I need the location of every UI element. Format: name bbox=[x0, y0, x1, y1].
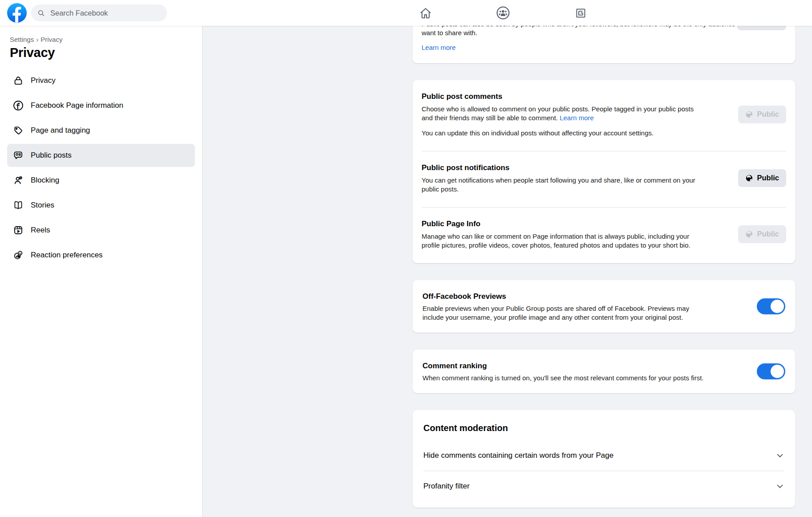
section-title: Public post comments bbox=[422, 91, 698, 102]
public-audience-button: Public bbox=[738, 106, 786, 123]
sidebar-item-blocking[interactable]: Blocking bbox=[7, 169, 195, 192]
facebook-logo[interactable] bbox=[7, 3, 27, 23]
follow-card-text: want to share with. bbox=[422, 28, 786, 37]
sidebar-item-label: Privacy bbox=[31, 76, 56, 85]
sidebar-item-public-posts[interactable]: Public posts bbox=[7, 144, 195, 167]
public-posts-icon bbox=[12, 150, 24, 161]
sidebar-item-page-and-tagging[interactable]: Page and tagging bbox=[7, 119, 195, 142]
section-title: Off-Facebook Previews bbox=[422, 291, 746, 302]
hide-comments-row[interactable]: Hide comments containing certain words f… bbox=[423, 440, 784, 471]
sidebar-item-label: Reels bbox=[31, 226, 50, 235]
section-description: You can get notifications when people st… bbox=[422, 176, 698, 194]
stories-icon bbox=[12, 199, 24, 211]
sidebar-item-label: Reaction preferences bbox=[31, 251, 103, 260]
settings-sidebar: Settings›Privacy Privacy Privacy Faceboo… bbox=[0, 26, 203, 517]
sidebar-item-label: Page and tagging bbox=[31, 126, 90, 135]
public-post-comments-section: Public post comments Choose who is allow… bbox=[413, 80, 795, 151]
content-moderation-card: Content moderation Hide comments contain… bbox=[413, 410, 795, 508]
chevron-down-icon bbox=[775, 482, 784, 491]
globe-icon bbox=[745, 230, 753, 238]
section-description: Manage who can like or comment on Page i… bbox=[422, 232, 698, 250]
section-description: Choose who is allowed to comment on your… bbox=[422, 105, 694, 122]
public-page-info-section: Public Page Info Manage who can like or … bbox=[413, 208, 795, 263]
public-audience-button: Public bbox=[738, 225, 786, 243]
breadcrumb-privacy[interactable]: Privacy bbox=[41, 36, 62, 43]
tag-icon bbox=[12, 125, 24, 136]
gaming-icon[interactable] bbox=[572, 5, 589, 21]
settings-content: Public posts can also be seen by people … bbox=[413, 11, 795, 508]
globe-icon bbox=[745, 110, 753, 118]
button-label: Public bbox=[757, 230, 779, 238]
profanity-filter-row[interactable]: Profanity filter bbox=[423, 471, 784, 501]
sidebar-item-privacy[interactable]: Privacy bbox=[7, 69, 195, 92]
blocking-icon bbox=[12, 175, 24, 186]
toggle-knob bbox=[771, 365, 784, 378]
top-bar bbox=[0, 0, 812, 26]
learn-more-link[interactable]: Learn more bbox=[422, 44, 456, 51]
button-label: Public bbox=[757, 110, 779, 118]
public-audience-button[interactable]: Public bbox=[738, 169, 786, 187]
sidebar-item-label: Public posts bbox=[31, 151, 72, 160]
toggle-knob bbox=[771, 300, 784, 313]
breadcrumb: Settings›Privacy bbox=[10, 36, 195, 43]
chevron-down-icon bbox=[775, 451, 784, 460]
public-posts-card: Public post comments Choose who is allow… bbox=[413, 80, 795, 263]
row-label: Profanity filter bbox=[423, 482, 470, 491]
search-bar[interactable] bbox=[31, 4, 167, 21]
comment-ranking-card: Comment ranking When comment ranking is … bbox=[413, 350, 795, 393]
row-label: Hide comments containing certain words f… bbox=[423, 451, 613, 460]
globe-icon bbox=[745, 174, 753, 182]
sidebar-item-label: Facebook Page information bbox=[31, 101, 123, 110]
public-post-notifications-section: Public post notifications You can get no… bbox=[413, 151, 795, 207]
sidebar-item-reaction-preferences[interactable]: Reaction preferences bbox=[7, 244, 195, 267]
off-facebook-previews-toggle[interactable] bbox=[757, 298, 785, 314]
sidebar-item-label: Stories bbox=[31, 201, 54, 210]
off-facebook-previews-card: Off-Facebook Previews Enable previews wh… bbox=[413, 280, 795, 333]
breadcrumb-separator: › bbox=[36, 36, 38, 43]
sidebar-item-facebook-page-information[interactable]: Facebook Page information bbox=[7, 94, 195, 117]
sidebar-item-stories[interactable]: Stories bbox=[7, 194, 195, 217]
learn-more-link[interactable]: Learn more bbox=[560, 114, 594, 122]
section-description: Enable previews when your Public Group p… bbox=[422, 304, 707, 322]
search-icon bbox=[37, 9, 45, 17]
search-input[interactable] bbox=[49, 8, 156, 18]
reaction-preferences-icon bbox=[12, 249, 24, 261]
section-title: Comment ranking bbox=[422, 360, 746, 372]
card-title: Content moderation bbox=[423, 422, 784, 434]
page-title: Privacy bbox=[10, 45, 195, 60]
sidebar-item-reels[interactable]: Reels bbox=[7, 219, 195, 242]
sidebar-item-label: Blocking bbox=[31, 176, 59, 185]
section-title: Public post notifications bbox=[422, 162, 698, 174]
breadcrumb-settings[interactable]: Settings bbox=[10, 36, 34, 43]
home-icon[interactable] bbox=[418, 5, 434, 21]
section-note: You can update this on individual posts … bbox=[422, 129, 698, 138]
comment-ranking-toggle[interactable] bbox=[757, 363, 785, 379]
section-description: When comment ranking is turned on, you'l… bbox=[422, 374, 746, 383]
lock-icon bbox=[12, 75, 24, 86]
facebook-circle-icon bbox=[12, 100, 24, 111]
button-label: Public bbox=[757, 174, 779, 182]
section-title: Public Page Info bbox=[422, 218, 698, 230]
reels-icon bbox=[12, 224, 24, 236]
groups-icon[interactable] bbox=[495, 5, 511, 21]
